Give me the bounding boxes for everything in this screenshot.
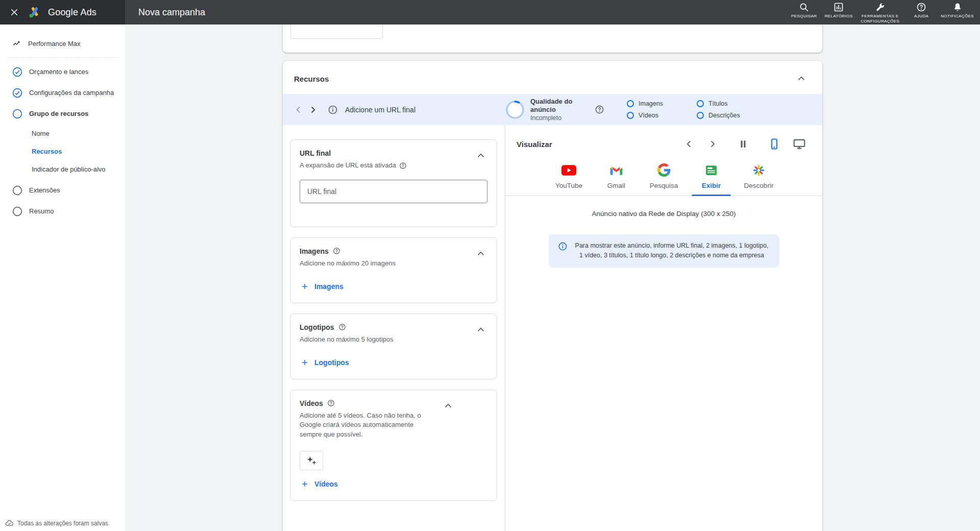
- step-label: Configurações da campanha: [29, 88, 114, 98]
- split-view-toggle[interactable]: [737, 137, 750, 151]
- step-configuracoes-da-campanha[interactable]: Configurações da campanha: [0, 83, 125, 104]
- ad-quality-group: Qualidade do anúncio Incompleto: [505, 98, 584, 122]
- topbar-brand-section: Google Ads: [0, 0, 125, 25]
- add-logotipos-label: Logotipos: [314, 358, 349, 367]
- collapse-recursos-button[interactable]: [795, 72, 808, 85]
- banner-message: Adicione um URL final: [345, 106, 415, 114]
- imagens-card: Imagens Adicione no máximo 20 imagens: [290, 237, 497, 303]
- add-videos-button[interactable]: Vídeos: [300, 478, 339, 490]
- mobile-preview-toggle[interactable]: [767, 137, 781, 151]
- url-expansion-help-button[interactable]: [399, 162, 407, 170]
- help-label: AJUDA: [914, 14, 928, 19]
- ad-format-label: Anúncio nativo da Rede de Display (300 x…: [505, 210, 822, 218]
- step-label: Grupo de recursos: [29, 109, 88, 118]
- logotipos-help-button[interactable]: [338, 323, 346, 331]
- recursos-body: URL final A expansão de URL está ativada: [283, 125, 822, 531]
- columns-icon: [738, 138, 749, 150]
- performance-max-icon: [12, 39, 21, 48]
- add-videos-label: Vídeos: [314, 480, 338, 488]
- help-action[interactable]: AJUDA: [906, 1, 937, 19]
- checklist-column-1: Imagens Vídeos: [627, 100, 663, 119]
- youtube-icon: [561, 163, 576, 177]
- tab-pesquisa[interactable]: Pesquisa: [640, 159, 688, 196]
- preview-header: Visualizar: [505, 136, 822, 152]
- desktop-preview-toggle[interactable]: [792, 136, 807, 152]
- step-grupo-de-recursos[interactable]: Grupo de recursos: [0, 104, 125, 125]
- tab-exibir[interactable]: Exibir: [688, 159, 735, 196]
- search-label: PESQUISAR: [791, 14, 817, 19]
- step-extensoes[interactable]: Extensões: [0, 180, 125, 201]
- collapse-imagens-button[interactable]: [474, 247, 487, 260]
- check-label: Descrições: [708, 112, 740, 119]
- tab-label: Descobrir: [744, 182, 774, 189]
- url-final-card: URL final A expansão de URL está ativada: [290, 139, 497, 227]
- tab-descobrir[interactable]: Descobrir: [735, 159, 782, 196]
- collapse-logotipos-button[interactable]: [474, 323, 487, 336]
- substep-indicador-de-publico-alvo[interactable]: Indicador de público-alvo: [32, 160, 125, 178]
- clipped-field[interactable]: [290, 25, 383, 39]
- previous-suggestion-button[interactable]: [292, 103, 305, 116]
- steps-nav: Orçamento e lances Configurações da camp…: [0, 62, 125, 222]
- step-current-icon: [12, 109, 22, 119]
- tools-settings-action[interactable]: FERRAMENTAS E CONFIGURAÇÕES: [858, 1, 902, 25]
- generate-video-ai-button[interactable]: [300, 451, 323, 470]
- radio-circle-icon: [697, 112, 704, 119]
- help-circle-icon: [595, 105, 604, 114]
- tab-label: YouTube: [555, 182, 582, 189]
- quality-title: Qualidade do anúncio: [530, 98, 584, 114]
- sparkle-plus-icon: [305, 454, 317, 467]
- ad-preview-panel: Visualizar: [505, 125, 822, 531]
- quality-status: Incompleto: [530, 114, 584, 122]
- campaign-type: Performance Max: [0, 25, 125, 49]
- substeps-list: Nome Recursos Indicador de público-alvo: [0, 125, 125, 180]
- reports-icon: [834, 2, 844, 12]
- close-button[interactable]: [7, 5, 21, 19]
- search-action[interactable]: PESQUISAR: [789, 1, 819, 19]
- recursos-card-header: Recursos: [283, 61, 822, 94]
- chevron-up-icon: [475, 150, 486, 161]
- top-app-bar: Google Ads Nova campanha PESQUISAR RELAT…: [0, 0, 980, 25]
- preview-next-button[interactable]: [706, 137, 719, 151]
- phone-icon: [768, 138, 780, 150]
- notifications-label: NOTIFICAÇÕES: [941, 14, 974, 19]
- step-orcamento-e-lances[interactable]: Orçamento e lances: [0, 62, 125, 83]
- preview-previous-button[interactable]: [682, 137, 696, 151]
- url-final-input[interactable]: [300, 180, 487, 203]
- preview-title: Visualizar: [517, 140, 552, 149]
- imagens-help-button[interactable]: [333, 247, 340, 255]
- check-titulos: Títulos: [697, 100, 740, 107]
- step-resumo[interactable]: Resumo: [0, 201, 125, 222]
- requirements-text: Para mostrar este anúncio, informe URL f…: [574, 241, 770, 261]
- check-imagens: Imagens: [627, 100, 663, 107]
- add-logotipos-button[interactable]: Logotipos: [300, 357, 350, 368]
- step-completed-icon: [12, 88, 22, 98]
- quality-text-block: Qualidade do anúncio Incompleto: [530, 98, 584, 122]
- wrench-icon: [875, 2, 885, 12]
- notifications-action[interactable]: NOTIFICAÇÕES: [941, 1, 974, 19]
- reports-action[interactable]: RELATÓRIOS: [823, 1, 854, 19]
- quality-checklist: Imagens Vídeos Títulos: [627, 100, 740, 119]
- display-network-icon: [705, 163, 718, 177]
- tools-settings-label: FERRAMENTAS E CONFIGURAÇÕES: [858, 14, 902, 25]
- add-imagens-button[interactable]: Imagens: [300, 281, 345, 292]
- next-suggestion-button[interactable]: [306, 103, 320, 116]
- brand-name: Google Ads: [48, 7, 96, 18]
- page-title: Nova campanha: [138, 7, 789, 18]
- quality-help-button[interactable]: [594, 104, 605, 115]
- collapse-url-final-button[interactable]: [474, 149, 487, 162]
- collapse-videos-button[interactable]: [442, 399, 455, 413]
- divider: [7, 57, 118, 58]
- discover-icon: [752, 163, 765, 177]
- recursos-card-title: Recursos: [294, 75, 795, 83]
- substep-nome[interactable]: Nome: [32, 125, 125, 142]
- radio-circle-icon: [697, 100, 704, 107]
- videos-help-button[interactable]: [327, 399, 335, 407]
- close-icon: [10, 8, 19, 17]
- substep-recursos[interactable]: Recursos: [32, 142, 125, 160]
- plus-icon: [301, 358, 309, 367]
- tab-gmail[interactable]: Gmail: [593, 159, 640, 196]
- chevron-up-icon: [475, 324, 486, 335]
- url-final-title: URL final: [300, 149, 331, 157]
- asset-form-column: URL final A expansão de URL está ativada: [283, 125, 505, 521]
- tab-youtube[interactable]: YouTube: [545, 159, 593, 196]
